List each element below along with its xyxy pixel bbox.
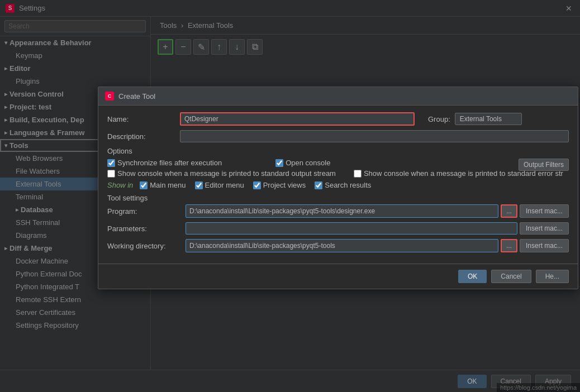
- working-dir-label: Working directory:: [107, 242, 186, 250]
- dialog-help-button[interactable]: He...: [536, 270, 569, 283]
- options-title: Options: [107, 147, 569, 155]
- project-views-checkbox[interactable]: Project views: [253, 181, 306, 189]
- dialog-body: Name: Group: External Tools Description:…: [98, 106, 578, 264]
- working-dir-insert-macro-button[interactable]: Insert mac...: [520, 239, 569, 252]
- group-label: Group:: [428, 115, 450, 123]
- tool-settings-title: Tool settings: [107, 194, 569, 202]
- sync-files-label: Synchronize files after execution: [117, 159, 222, 167]
- parameters-label: Parameters:: [107, 224, 186, 233]
- name-input[interactable]: [180, 112, 415, 126]
- dialog-footer: OK Cancel He...: [98, 264, 578, 289]
- create-tool-dialog: C Create Tool Name: Group: External Tool…: [98, 87, 578, 289]
- description-label: Description:: [107, 132, 180, 141]
- dialog-cancel-button[interactable]: Cancel: [491, 270, 531, 283]
- editor-menu-label: Editor menu: [205, 181, 244, 189]
- search-results-checkbox[interactable]: Search results: [315, 181, 371, 189]
- working-dir-input-wrap: ... Insert mac...: [186, 239, 569, 252]
- show-console-stdout-label: Show console when a message is printed t…: [117, 169, 336, 178]
- program-label: Program:: [107, 207, 186, 216]
- working-dir-input[interactable]: [186, 239, 498, 252]
- editor-menu-checkbox[interactable]: Editor menu: [195, 181, 244, 189]
- open-console-checkbox[interactable]: Open console: [275, 159, 330, 167]
- program-insert-macro-button[interactable]: Insert mac...: [520, 204, 569, 218]
- options-row-1: Synchronize files after execution Open c…: [107, 159, 569, 167]
- program-browse-button[interactable]: ...: [501, 204, 517, 218]
- dialog-icon: C: [105, 92, 114, 101]
- show-console-stdout-checkbox[interactable]: Show console when a message is printed t…: [107, 169, 336, 178]
- parameters-input[interactable]: [186, 222, 517, 235]
- program-row: Program: ... Insert mac...: [107, 204, 569, 218]
- dialog-title-bar: C Create Tool: [98, 87, 578, 106]
- group-value: External Tools: [455, 113, 522, 125]
- project-views-label: Project views: [263, 181, 306, 189]
- description-row: Description:: [107, 130, 569, 142]
- description-input[interactable]: [180, 130, 569, 142]
- show-console-stderr-checkbox[interactable]: Show console when a message is printed t…: [354, 169, 563, 178]
- name-group-row: Name: Group: External Tools: [107, 112, 569, 126]
- working-dir-browse-button[interactable]: ...: [501, 239, 517, 252]
- name-label: Name:: [107, 115, 180, 123]
- main-menu-checkbox[interactable]: Main menu: [140, 181, 186, 189]
- working-dir-row: Working directory: ... Insert mac...: [107, 239, 569, 252]
- open-console-label: Open console: [286, 159, 330, 167]
- options-row-2: Show console when a message is printed t…: [107, 169, 569, 178]
- parameters-input-wrap: Insert mac...: [186, 222, 569, 235]
- show-in-label: Show in: [107, 181, 133, 189]
- show-in-row: Show in Main menu Editor menu Project vi…: [107, 181, 569, 189]
- dialog-ok-button[interactable]: OK: [458, 270, 487, 283]
- program-input-wrap: ... Insert mac...: [186, 204, 569, 218]
- parameters-row: Parameters: Insert mac...: [107, 222, 569, 235]
- sync-files-checkbox[interactable]: Synchronize files after execution: [107, 159, 222, 167]
- parameters-insert-macro-button[interactable]: Insert mac...: [520, 222, 569, 235]
- show-console-stderr-label: Show console when a message is printed t…: [364, 169, 563, 178]
- program-input[interactable]: [186, 204, 498, 218]
- group-field: Group: External Tools: [428, 113, 522, 125]
- search-results-label: Search results: [325, 181, 371, 189]
- main-menu-label: Main menu: [150, 181, 186, 189]
- watermark: https://blog.csdn.net/yogima: [497, 383, 580, 392]
- dialog-title-text: Create Tool: [118, 92, 155, 101]
